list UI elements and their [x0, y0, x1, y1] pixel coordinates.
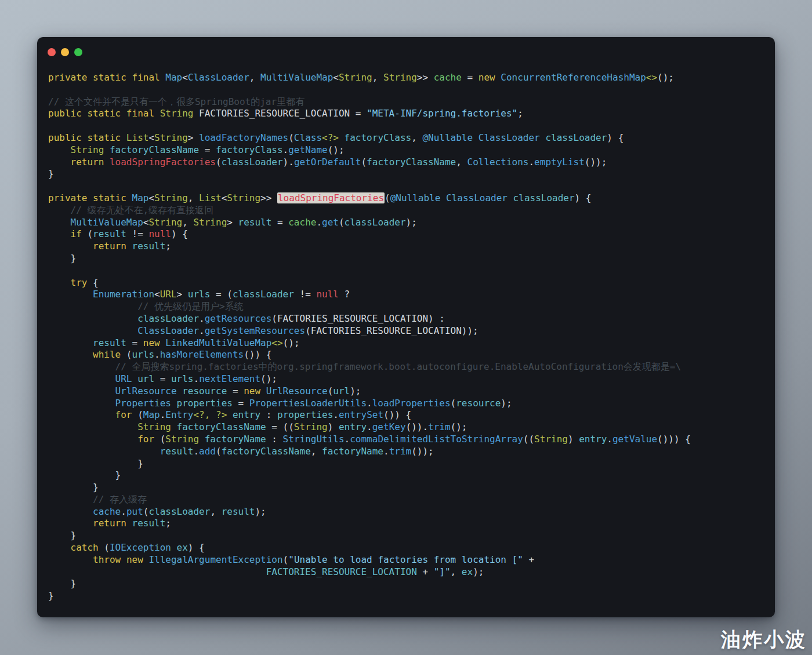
code-line: }: [48, 458, 771, 470]
code-token: url: [333, 385, 350, 396]
code-token: FACTORIES_RESOURCE_LOCATION =: [193, 108, 367, 119]
code-token: +: [523, 554, 534, 565]
code-token: new: [244, 385, 260, 396]
code-token: [48, 228, 71, 239]
zoom-button[interactable]: [74, 48, 82, 56]
code-token: urls: [171, 373, 194, 384]
code-token: [143, 554, 149, 565]
code-line: return result;: [48, 518, 771, 530]
code-line: }: [48, 253, 771, 265]
close-button[interactable]: [48, 48, 56, 56]
code-token: result: [238, 217, 272, 228]
code-token: .: [367, 398, 372, 409]
code-token: >>: [260, 192, 277, 203]
code-token: [48, 361, 115, 372]
code-token: UrlResource: [115, 385, 177, 396]
code-token: !=: [294, 289, 317, 300]
code-token: MultiValueMap: [260, 72, 333, 83]
code-token: url: [137, 373, 154, 384]
code-token: ,: [188, 192, 199, 203]
code-token: .: [283, 144, 289, 155]
code-token: }: [48, 458, 143, 469]
code-token: [507, 192, 513, 203]
code-token: (: [154, 434, 165, 445]
code-token: ()).: [406, 421, 429, 432]
code-token: ,: [411, 132, 422, 143]
code-token: [48, 434, 137, 445]
code-token: +: [417, 566, 434, 577]
code-token: ,: [249, 72, 260, 83]
code-token: classLoader: [137, 313, 199, 324]
code-token: if: [71, 228, 82, 239]
code-token: StringUtils: [283, 434, 345, 445]
code-token: [160, 337, 166, 348]
code-token: [126, 518, 132, 529]
code-line: }: [48, 470, 771, 482]
code-line: UrlResource resource = new UrlResource(u…: [48, 385, 771, 398]
minimize-button[interactable]: [61, 48, 69, 56]
watermark: 油炸小波: [721, 627, 807, 653]
code-token: (: [283, 554, 289, 565]
code-token: [48, 542, 71, 553]
code-token: :: [260, 409, 277, 420]
code-token: return: [93, 241, 126, 252]
code-token: .: [160, 409, 166, 420]
code-token: Map: [143, 409, 160, 420]
code-token: [48, 349, 93, 360]
code-token: [121, 554, 126, 565]
code-token: <?>: [322, 132, 339, 143]
code-token: // 缓存无处不在,缓存有直接返回: [71, 205, 214, 216]
code-token: [48, 409, 115, 420]
code-token: factoryName: [322, 446, 383, 457]
code-token: entrySet: [339, 409, 383, 420]
code-token: [48, 241, 93, 252]
code-token: ;: [165, 518, 171, 529]
code-token: ): [328, 421, 339, 432]
code-token: }: [48, 590, 54, 601]
code-token: classLoader: [148, 506, 210, 517]
code-token: [48, 301, 137, 312]
code-token: [48, 337, 93, 348]
code-token: [48, 373, 115, 384]
code-token: // 优先级仍是用户>系统: [137, 301, 244, 312]
code-token: String: [71, 144, 104, 155]
code-token: IOException: [110, 542, 171, 553]
code-token: getSystemResources: [205, 325, 305, 336]
code-token: String: [148, 217, 182, 228]
code-token: Entry: [165, 409, 193, 420]
code-token: cache: [93, 506, 121, 517]
code-line: for (String factoryName : StringUtils.co…: [48, 434, 771, 446]
code-token: <: [222, 192, 227, 203]
code-token: ex: [462, 566, 473, 577]
code-token: Map: [165, 72, 182, 83]
code-token: [48, 421, 137, 432]
code-token: trim: [389, 446, 412, 457]
code-token: [540, 132, 546, 143]
code-token: String: [294, 421, 328, 432]
code-token: !=: [126, 228, 149, 239]
code-line: URL url = urls.nextElement();: [48, 373, 771, 385]
code-token: factoryName: [205, 434, 266, 445]
code-token: while: [93, 349, 121, 360]
code-token: ,: [182, 217, 193, 228]
code-token: ();: [260, 373, 277, 384]
code-line: result.add(factoryClassName, factoryName…: [48, 446, 771, 458]
code-token: <: [148, 132, 154, 143]
code-line: ClassLoader.getSystemResources(FACTORIES…: [48, 325, 771, 337]
code-line: String factoryClassName = ((String) entr…: [48, 421, 771, 434]
code-token: ())) {: [657, 434, 691, 445]
code-token: [48, 325, 137, 336]
code-token: [48, 398, 115, 409]
code-token: IllegalArgumentException: [148, 554, 282, 565]
code-token: (: [121, 349, 132, 360]
code-line: public static final String FACTORIES_RES…: [48, 108, 771, 120]
code-token: classLoader: [545, 132, 607, 143]
code-token: URL: [160, 289, 177, 300]
code-token: getResources: [205, 313, 272, 324]
code-token: String: [534, 434, 568, 445]
code-line: // 这个文件并不是只有一个，很多SpringBoot的jar里都有: [48, 96, 771, 108]
code-token: trim: [428, 421, 451, 432]
code-token: [48, 289, 93, 300]
code-token: classLoader: [513, 192, 575, 203]
code-token: ();: [328, 144, 345, 155]
